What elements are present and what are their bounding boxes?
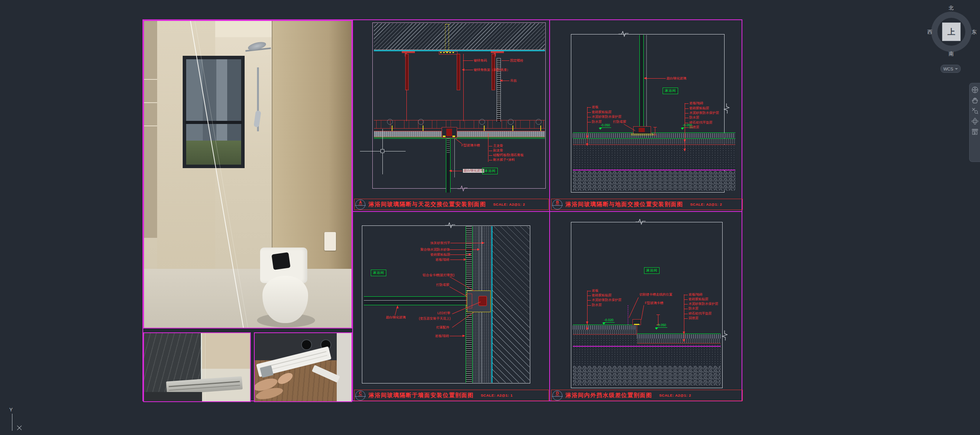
reference-photo-threshold[interactable] bbox=[143, 332, 251, 402]
leader bbox=[463, 60, 473, 61]
break-symbol-a bbox=[457, 186, 468, 192]
leader-arrow bbox=[683, 332, 685, 334]
viewcube[interactable]: 上 bbox=[931, 12, 971, 52]
dim-b-tick1 bbox=[653, 127, 657, 127]
photo3-wall bbox=[337, 333, 352, 402]
annotation-label: 瓷砖胶粘贴层 bbox=[689, 297, 708, 301]
annotation-label: 防水层 bbox=[592, 303, 602, 307]
glass-c-edge-2 bbox=[364, 305, 468, 305]
annotation-label: 镀锌角码 bbox=[474, 59, 487, 63]
hanger-bar-3 bbox=[492, 54, 495, 90]
ucs-y-axis bbox=[12, 414, 12, 431]
leader-arrow bbox=[586, 136, 588, 138]
annotation-label: 超白钢化玻璃 bbox=[666, 77, 686, 81]
clamp-a-core bbox=[446, 129, 452, 136]
floor-b-screed bbox=[573, 139, 735, 144]
reference-photo-bathroom[interactable] bbox=[143, 20, 352, 328]
viewcube-north[interactable]: 北 bbox=[949, 5, 954, 12]
photo-shelf-2 bbox=[144, 102, 157, 103]
title-bar-b: B 淋浴间玻璃隔断与地面交接位置安装剖面图 SCALE: A2@1: 2 bbox=[551, 199, 743, 210]
finish-line-2 bbox=[374, 138, 545, 139]
pan-hand-icon[interactable] bbox=[971, 96, 979, 104]
glass-a-edge-2 bbox=[450, 139, 451, 193]
section-letter: A bbox=[356, 200, 365, 205]
annotation-label: 固定螺栓 bbox=[510, 59, 523, 63]
photo-window-mullion bbox=[185, 121, 242, 124]
break-symbol-b-top bbox=[618, 31, 629, 37]
wcs-dropdown-arrow bbox=[955, 68, 958, 70]
leader-down bbox=[684, 318, 684, 342]
floor-d-rubble bbox=[573, 366, 721, 385]
leader bbox=[502, 81, 509, 81]
clamp-d-yellow bbox=[634, 324, 639, 325]
floor-b-rubble bbox=[573, 171, 735, 191]
annotation-label: 镀锌角铁架（刷防锈漆） bbox=[474, 68, 510, 72]
wcs-button[interactable]: WCS bbox=[941, 65, 961, 73]
annotation-label: 水泥砂浆防水保护层 bbox=[689, 302, 718, 306]
photo2-wall bbox=[202, 333, 251, 369]
photo-window-trees bbox=[186, 141, 241, 165]
leader bbox=[449, 249, 479, 250]
section-midline bbox=[552, 205, 563, 206]
divider-photos-panels bbox=[352, 19, 353, 401]
annotation-label: LED灯带 bbox=[437, 311, 451, 315]
leader bbox=[465, 70, 473, 70]
drawing-title: 淋浴间内外挡水级差位置剖面图 bbox=[565, 392, 652, 399]
annotation-label: 瓷砖胶粘贴层 bbox=[430, 253, 450, 257]
leader-arrow bbox=[684, 149, 686, 151]
angle-bracket-center bbox=[439, 51, 457, 55]
wcs-label: WCS bbox=[943, 67, 953, 71]
clamp-a-yellow-2 bbox=[452, 136, 455, 137]
section-marker-a: A bbox=[355, 199, 365, 210]
keel-circle-4 bbox=[508, 119, 514, 125]
dim-b bbox=[655, 127, 655, 135]
keel-circle-1 bbox=[387, 119, 393, 125]
viewcube-top-face[interactable]: 上 bbox=[942, 22, 961, 41]
annotation-label: 岩板/墙砖 bbox=[435, 258, 449, 262]
annotation-label: F型玻璃卡槽 bbox=[461, 144, 480, 148]
viewcube-west[interactable]: 西 bbox=[927, 29, 932, 36]
steering-wheel-icon[interactable] bbox=[971, 86, 979, 94]
glass-c-fill bbox=[364, 297, 468, 305]
hanger-bar-2 bbox=[457, 54, 460, 90]
showmotion-icon[interactable] bbox=[971, 128, 979, 136]
section-midline bbox=[355, 205, 366, 206]
orbit-icon[interactable] bbox=[971, 117, 979, 125]
keel-circle-2 bbox=[418, 119, 424, 125]
divider-ab bbox=[549, 19, 550, 401]
floor-b-slab bbox=[573, 145, 735, 170]
section-underline bbox=[358, 395, 362, 396]
leader-arrow bbox=[462, 69, 464, 71]
leader-arrow bbox=[463, 335, 465, 337]
level-mark: -0.050 bbox=[600, 123, 611, 128]
photo-wall-seam bbox=[272, 21, 272, 277]
photo-hand-sprayer bbox=[254, 110, 261, 127]
glass-c-edge-1 bbox=[364, 296, 468, 297]
drawing-title: 淋浴间玻璃隔断于墙面安装位置剖面图 bbox=[368, 392, 474, 399]
zoom-icon[interactable] bbox=[971, 107, 979, 115]
navigation-bar[interactable] bbox=[969, 83, 980, 162]
glass-b-fill bbox=[640, 35, 643, 132]
slab-soffit-line bbox=[374, 50, 545, 51]
leader-arrow bbox=[449, 170, 452, 172]
reference-photo-profile-sample[interactable] bbox=[254, 332, 352, 402]
crosshair-pickbox bbox=[380, 149, 384, 153]
annotation-label: 水泥砂浆防水保护层 bbox=[689, 111, 719, 115]
leader bbox=[451, 243, 484, 243]
annotation-label: 吊筋 bbox=[510, 79, 517, 83]
annotation-label: 副龙骨 bbox=[493, 149, 503, 153]
leader-arrow bbox=[469, 253, 471, 256]
viewcube-south[interactable]: 南 bbox=[949, 50, 954, 57]
annotation-label: 主龙骨 bbox=[493, 144, 503, 148]
glass-axis-d bbox=[628, 305, 629, 325]
annotation-label: 灯罩配件 bbox=[436, 326, 449, 330]
drawing-scale: SCALE: A2@1: 2 bbox=[690, 202, 722, 206]
cad-canvas[interactable]: 镀锌角码 固定螺栓 镀锌角铁架（刷防锈漆） 吊筋 F型玻璃卡槽 主龙骨 副龙骨 … bbox=[0, 0, 980, 435]
leader bbox=[451, 171, 462, 171]
annotation-label: 切割缝卡槽走线的位置 bbox=[639, 293, 672, 297]
floor-d-left-screed bbox=[573, 330, 637, 334]
leader-arrow bbox=[482, 242, 485, 244]
viewcube-east[interactable]: 东 bbox=[971, 29, 977, 36]
angle-bracket-center-dashes bbox=[440, 52, 456, 53]
photo-floor bbox=[144, 269, 352, 328]
